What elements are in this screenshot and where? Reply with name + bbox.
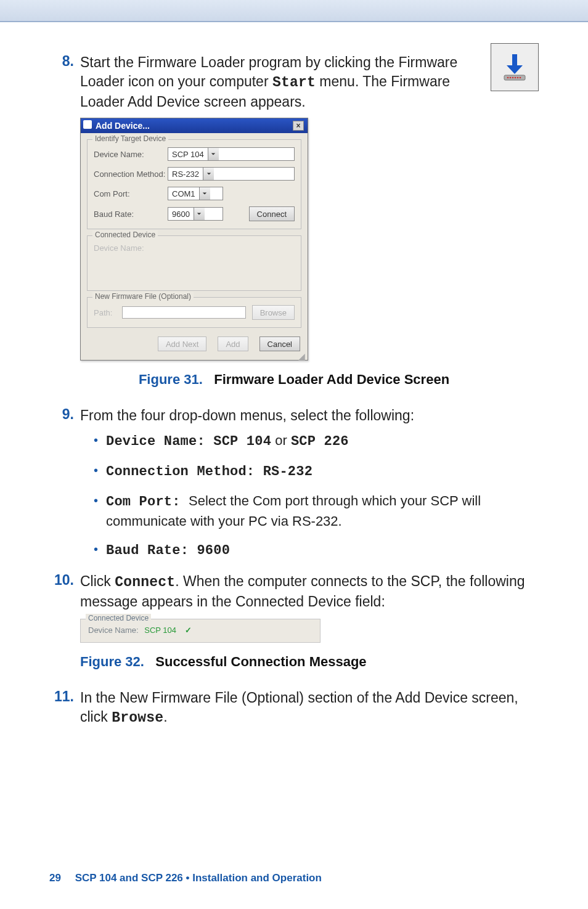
legend-connected: Connected Device (92, 230, 158, 239)
strip-name-label: Device Name: (88, 626, 139, 635)
step-8: 8. Start the Firmware Loader program by … (49, 53, 539, 112)
baud-rate-select[interactable]: 9600 (168, 207, 223, 221)
figure-31-label: Figure 31. (139, 372, 203, 387)
step-number: 11. (49, 688, 80, 728)
connected-device-strip: Connected Device Device Name: SCP 104 ✓ (80, 619, 321, 643)
close-icon[interactable]: × (293, 121, 304, 131)
connect-inline: Connect (115, 574, 175, 590)
com-port-value: COM1 (168, 189, 199, 198)
group-new-firmware: New Firmware File (Optional) Path: Brows… (87, 297, 301, 328)
device-name-value: SCP 104 (168, 150, 208, 159)
figure-31-caption: Figure 31. Firmware Loader Add Device Sc… (49, 372, 539, 388)
baud-rate-label: Baud Rate: (94, 210, 168, 219)
page-number: 29 (49, 872, 61, 884)
connected-device-name-label: Device Name: (94, 243, 168, 253)
step-number: 9. (49, 406, 80, 572)
chevron-down-icon (194, 208, 205, 220)
page-footer: 29 SCP 104 and SCP 226 • Installation an… (49, 872, 322, 884)
add-button[interactable]: Add (218, 336, 248, 351)
com-port-select[interactable]: COM1 (168, 187, 223, 200)
svg-point-4 (515, 77, 517, 79)
chevron-down-icon (203, 168, 214, 180)
svg-point-2 (510, 77, 512, 79)
figure-32-label: Figure 32. (80, 654, 144, 669)
start-menu-label: Start (272, 75, 316, 91)
step-11: 11. In the New Firmware File (Optional) … (49, 688, 539, 728)
resize-grip-icon: ◢ (81, 354, 308, 359)
titlebar: Add Device... × (81, 118, 308, 133)
connection-method-value: RS-232 (168, 169, 203, 179)
group-identify-target: Identify Target Device Device Name: SCP … (87, 139, 301, 229)
cancel-button[interactable]: Cancel (259, 336, 300, 351)
bullet-connection-method: Connection Method: RS-232 (94, 462, 539, 482)
figure-32-caption: Figure 32. Successful Connection Message (80, 654, 539, 670)
svg-point-5 (517, 77, 519, 79)
connect-button[interactable]: Connect (249, 206, 295, 221)
connection-method-label: Connection Method: (94, 169, 168, 179)
chevron-down-icon (208, 148, 219, 160)
chevron-down-icon (199, 187, 210, 200)
firmware-loader-icon (491, 43, 539, 91)
page-top-banner (0, 0, 588, 22)
path-input[interactable] (122, 306, 246, 319)
add-device-window: Add Device... × Identify Target Device D… (80, 118, 308, 361)
window-title: Add Device... (96, 121, 150, 131)
strip-legend: Connected Device (86, 614, 151, 622)
add-next-button[interactable]: Add Next (158, 336, 206, 351)
strip-name-value: SCP 104 (144, 626, 176, 635)
svg-point-1 (507, 77, 509, 79)
doc-title: SCP 104 and SCP 226 • Installation and O… (75, 872, 322, 884)
svg-point-3 (512, 77, 514, 79)
step-10: 10. Click Connect. When the computer con… (49, 572, 539, 611)
path-label: Path: (94, 308, 122, 317)
step-number: 8. (49, 53, 80, 112)
baud-rate-value: 9600 (168, 210, 194, 219)
connection-method-select[interactable]: RS-232 (168, 167, 295, 181)
device-name-select[interactable]: SCP 104 (168, 147, 295, 161)
legend-newfw: New Firmware File (Optional) (92, 292, 194, 301)
bullet-device-name: Device Name: SCP 104 or SCP 226 (94, 431, 539, 452)
check-icon: ✓ (185, 626, 192, 635)
group-connected-device: Connected Device Device Name: (87, 235, 301, 291)
bullet-com-port: Com Port: Select the Com port through wh… (94, 492, 539, 531)
browse-button[interactable]: Browse (252, 305, 295, 320)
step9-intro: From the four drop-down menus, select th… (80, 406, 539, 425)
device-name-label: Device Name: (94, 150, 168, 159)
com-port-label: Com Port: (94, 189, 168, 198)
figure-32-text: Successful Connection Message (155, 654, 366, 669)
bullet-baud-rate: Baud Rate: 9600 (94, 540, 539, 561)
legend-identify: Identify Target Device (92, 134, 168, 143)
svg-point-6 (520, 77, 521, 79)
step-9: 9. From the four drop-down menus, select… (49, 406, 539, 572)
app-icon (83, 120, 92, 129)
browse-inline: Browse (112, 710, 163, 726)
step-number: 10. (49, 572, 80, 611)
figure-31-text: Firmware Loader Add Device Screen (214, 372, 449, 387)
